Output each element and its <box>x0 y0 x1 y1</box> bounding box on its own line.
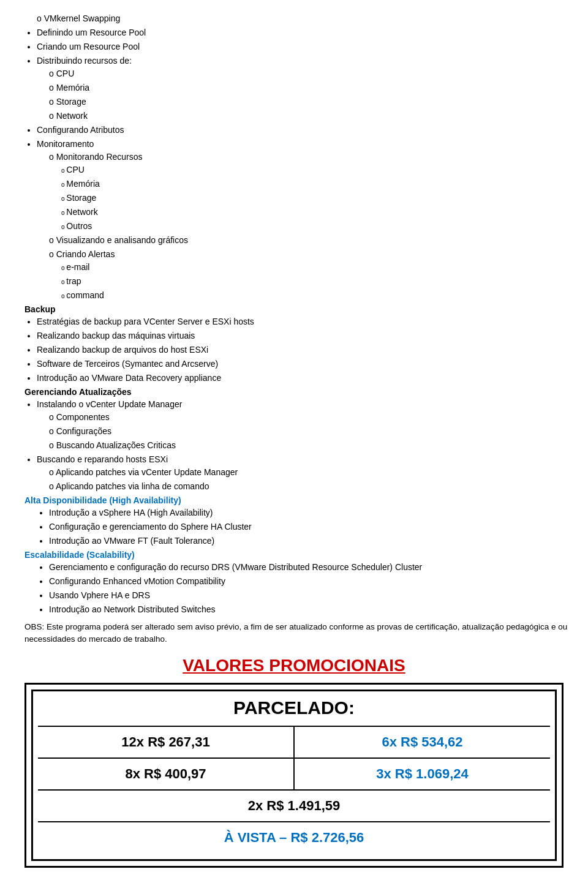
price-2x: 2x R$ 1.491,59 <box>38 789 550 821</box>
price-12x: 12x R$ 267,31 <box>38 727 295 757</box>
memoria-item: Memória <box>49 81 570 94</box>
buscando-at-item: Buscando Atualizações Criticas <box>49 439 570 452</box>
gerenciando-list: Instalando o vCenter Update Manager Comp… <box>37 398 570 493</box>
storage2-item: Storage <box>61 192 570 205</box>
parcelado-title: PARCELADO: <box>38 697 550 718</box>
obs-text: OBS: Este programa poderá ser alterado s… <box>24 621 570 646</box>
configuracao-sphere-item: Configuração e gerenciamento do Sphere H… <box>49 521 570 533</box>
monitoramento-item: Monitoramento Monitorando Recursos CPU M… <box>37 138 570 302</box>
distribuindo-sub: CPU Memória Storage Network <box>49 67 570 122</box>
introducao-network-item: Introdução ao Network Distributed Switch… <box>49 603 570 616</box>
memoria2-item: Memória <box>61 178 570 190</box>
realizando1-item: Realizando backup das máquinas virtuais <box>37 329 570 342</box>
price-row-8x-3x: 8x R$ 400,97 3x R$ 1.069,24 <box>38 757 550 789</box>
command-item: command <box>61 289 570 302</box>
introducao-ft-item: Introdução ao VMware FT (Fault Tolerance… <box>49 535 570 547</box>
instalando-item: Instalando o vCenter Update Manager Comp… <box>37 398 570 452</box>
gerenciando-section-header: Gerenciando Atualizações <box>24 387 570 397</box>
configurando-atributos-item: Configurando Atributos <box>37 124 570 137</box>
alertas-sub: e-mail trap command <box>61 261 570 302</box>
resource-pool-list: Definindo um Resource Pool Criando um Re… <box>37 26 570 302</box>
network-item: Network <box>49 110 570 122</box>
monitorando-recursos-item: Monitorando Recursos CPU Memória Storage… <box>49 151 570 233</box>
alta-disp-header: Alta Disponibilidade (High Availability) <box>24 495 570 505</box>
configuracoes-item: Configurações <box>49 425 570 438</box>
vmkernel-swapping: VMkernel Swapping <box>37 12 570 25</box>
componentes-item: Componentes <box>49 411 570 424</box>
trap-item: trap <box>61 275 570 288</box>
buscando-rep-item: Buscando e reparando hosts ESXi Aplicand… <box>37 453 570 493</box>
pricing-outer-box: PARCELADO: 12x R$ 267,31 6x R$ 534,62 8x… <box>24 683 564 868</box>
realizando2-item: Realizando backup de arquivos do host ES… <box>37 344 570 356</box>
pricing-inner-box: PARCELADO: 12x R$ 267,31 6x R$ 534,62 8x… <box>31 690 557 861</box>
price-3x: 3x R$ 1.069,24 <box>295 759 550 789</box>
software-item: Software de Terceiros (Symantec and Arcs… <box>37 358 570 370</box>
aplicando1-item: Aplicando patches via vCenter Update Man… <box>49 466 570 479</box>
network2-item: Network <box>61 206 570 219</box>
estrategias-item: Estratégias de backup para VCenter Serve… <box>37 315 570 328</box>
vmkernel-item: VMkernel Swapping <box>37 12 570 25</box>
criando-item: Criando um Resource Pool <box>37 40 570 53</box>
aplicando2-item: Aplicando patches via linha de comando <box>49 480 570 493</box>
escalabilidade-header: Escalabilidade (Scalability) <box>24 550 570 560</box>
instalando-sub: Componentes Configurações Buscando Atual… <box>49 411 570 452</box>
price-avista: À VISTA – R$ 2.726,56 <box>38 821 550 853</box>
criando-alertas-item: Criando Alertas e-mail trap command <box>49 248 570 302</box>
backup-section-header: Backup <box>24 304 570 314</box>
cpu2-item: CPU <box>61 164 570 176</box>
visualizando-item: Visualizando e analisando gráficos <box>49 234 570 247</box>
storage-item: Storage <box>49 96 570 108</box>
outros-item: Outros <box>61 220 570 233</box>
monitoramento-sub: Monitorando Recursos CPU Memória Storage… <box>49 151 570 302</box>
valores-section: VALORES PROMOCIONAIS PARCELADO: 12x R$ 2… <box>18 656 570 873</box>
alta-disp-list: Introdução a vSphere HA (High Availabili… <box>49 506 570 547</box>
backup-list: Estratégias de backup para VCenter Serve… <box>37 315 570 385</box>
price-8x: 8x R$ 400,97 <box>38 759 295 789</box>
email-item: e-mail <box>61 261 570 274</box>
introducao-vsphere-item: Introdução a vSphere HA (High Availabili… <box>49 506 570 519</box>
monitorando-recursos-sub: CPU Memória Storage Network Outros <box>61 164 570 233</box>
buscando-rep-sub: Aplicando patches via vCenter Update Man… <box>49 466 570 493</box>
price-row-12x-6x: 12x R$ 267,31 6x R$ 534,62 <box>38 726 550 757</box>
configurando-enhanced-item: Configurando Enhanced vMotion Compatibil… <box>49 575 570 588</box>
introducao-vmware-item: Introdução ao VMware Data Recovery appli… <box>37 372 570 385</box>
definindo-item: Definindo um Resource Pool <box>37 26 570 39</box>
valores-title: VALORES PROMOCIONAIS <box>18 656 570 675</box>
gerenciamento-drs-item: Gerenciamento e configuração do recurso … <box>49 561 570 574</box>
cpu-item: CPU <box>49 67 570 80</box>
usando-vphere-item: Usando Vphere HA e DRS <box>49 589 570 602</box>
escalabilidade-list: Gerenciamento e configuração do recurso … <box>49 561 570 616</box>
main-content: VMkernel Swapping Definindo um Resource … <box>24 12 570 646</box>
price-6x: 6x R$ 534,62 <box>295 727 550 757</box>
distribuindo-item: Distribuindo recursos de: CPU Memória St… <box>37 55 570 122</box>
